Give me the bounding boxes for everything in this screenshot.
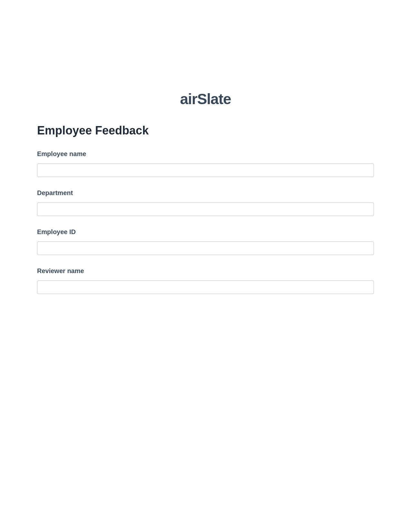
form-page: airSlate Employee Feedback Employee name… <box>0 0 411 294</box>
input-department[interactable] <box>37 202 374 216</box>
form-title: Employee Feedback <box>37 124 374 137</box>
field-department: Department <box>37 189 374 216</box>
label-employee-name: Employee name <box>37 150 374 158</box>
field-employee-name: Employee name <box>37 150 374 177</box>
input-reviewer-name[interactable] <box>37 281 374 294</box>
logo-container: airSlate <box>37 90 374 108</box>
label-employee-id: Employee ID <box>37 228 374 236</box>
input-employee-id[interactable] <box>37 241 374 255</box>
input-employee-name[interactable] <box>37 163 374 177</box>
logo-suffix: Slate <box>197 91 231 107</box>
label-department: Department <box>37 189 374 197</box>
field-employee-id: Employee ID <box>37 228 374 255</box>
airslate-logo: airSlate <box>180 91 231 107</box>
label-reviewer-name: Reviewer name <box>37 267 374 275</box>
field-reviewer-name: Reviewer name <box>37 267 374 294</box>
logo-prefix: air <box>180 91 197 107</box>
